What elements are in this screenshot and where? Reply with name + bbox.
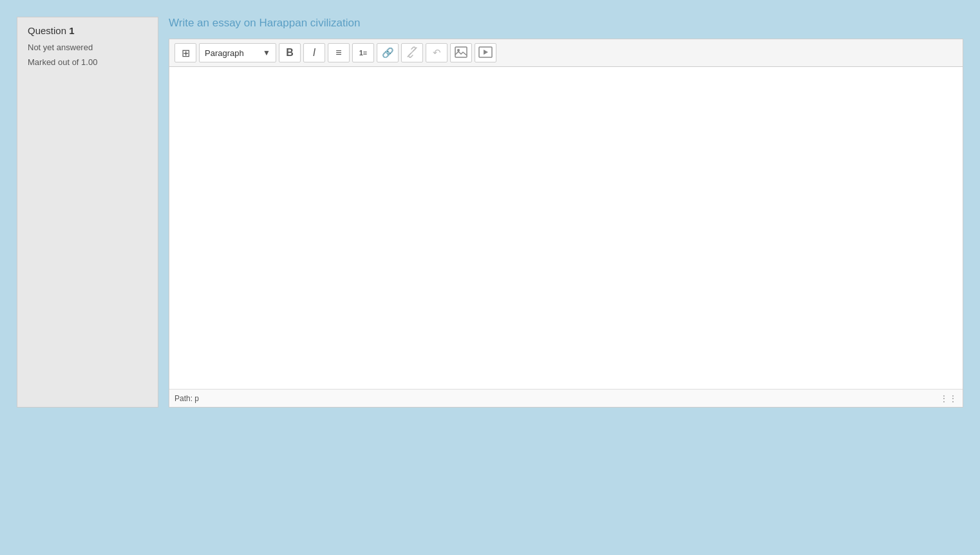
italic-icon [313,47,316,59]
page-container: Question 1 Not yet answered Marked out o… [10,10,970,414]
undo-icon: ↶ [433,47,441,59]
image-button[interactable] [450,43,472,62]
table-button[interactable] [174,43,196,62]
media-button[interactable] [475,43,496,62]
link-icon: 🔗 [382,47,394,59]
bold-button[interactable] [279,43,301,62]
question-mark: Marked out of 1.00 [28,57,147,67]
table-icon [182,47,190,59]
question-label: Question 1 [28,25,147,36]
editor-path: Path: p [174,394,199,403]
resize-handle-icon: ⋮⋮ [939,393,957,404]
undo-button[interactable]: ↶ [426,43,448,62]
question-number: 1 [69,25,74,36]
unlink-icon [406,46,418,60]
dropdown-arrow-icon: ▼ [263,48,270,57]
svg-rect-1 [455,47,467,57]
italic-button[interactable] [303,43,325,62]
editor-panel: Write an essay on Harappan civilization … [169,17,963,408]
bullet-list-icon: ≡ [335,47,341,59]
ordered-list-icon: 1≡ [359,49,368,57]
image-icon [455,46,467,60]
editor-wrapper: Paragraph ▼ ≡ 1≡ 🔗 [169,39,963,408]
bullet-list-button[interactable]: ≡ [328,43,350,62]
paragraph-dropdown[interactable]: Paragraph ▼ [199,43,276,62]
paragraph-label: Paragraph [205,48,244,58]
question-text: Question [28,25,66,36]
link-button[interactable]: 🔗 [377,43,399,62]
unlink-button[interactable] [401,43,423,62]
essay-prompt: Write an essay on Harappan civilization [169,17,963,30]
bold-icon [286,47,294,59]
ordered-list-button[interactable]: 1≡ [352,43,374,62]
toolbar: Paragraph ▼ ≡ 1≡ 🔗 [169,39,963,67]
question-status: Not yet answered [28,42,147,52]
editor-content-area[interactable] [169,67,963,389]
media-icon [478,46,493,60]
editor-footer: Path: p ⋮⋮ [169,389,963,407]
question-info-panel: Question 1 Not yet answered Marked out o… [17,17,158,408]
